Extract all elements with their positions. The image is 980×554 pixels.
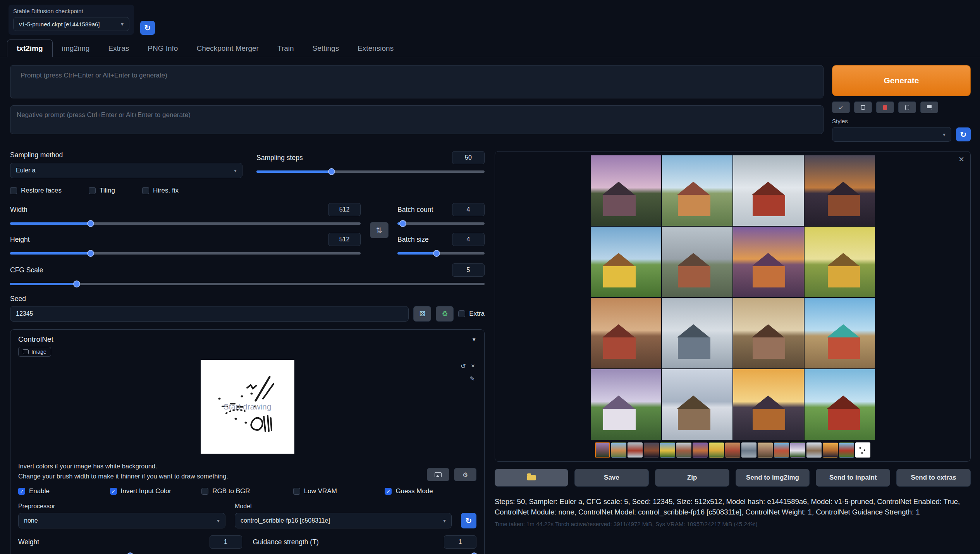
tab-img2img[interactable]: img2img [53,40,99,57]
gallery-image[interactable] [733,227,804,297]
guess-mode-checkbox[interactable]: Guess Mode [385,487,476,495]
gallery-image[interactable] [662,227,732,297]
refresh-models-button[interactable]: ↻ [461,513,476,528]
gallery-thumbnail[interactable] [644,442,659,458]
save-style-button[interactable] [920,102,938,113]
generate-button[interactable]: Generate [832,65,971,96]
height-slider[interactable] [10,249,361,257]
tab-train[interactable]: Train [268,40,303,57]
gallery-image[interactable] [662,369,732,440]
extra-seed-checkbox[interactable]: Extra [458,310,485,318]
restore-faces-checkbox[interactable]: Restore faces [10,187,62,194]
gallery-image[interactable] [733,155,804,226]
rgb-to-bgr-checkbox[interactable]: RGB to BGR [201,487,293,495]
batch-size-value[interactable]: 4 [452,233,485,246]
prompt-input[interactable]: Prompt (press Ctrl+Enter or Alt+Enter to… [10,65,824,98]
refresh-styles-button[interactable]: ↻ [956,127,971,141]
gallery-image[interactable] [662,298,732,368]
tab-png-info[interactable]: PNG Info [138,40,187,57]
paste-params-button[interactable]: ↙ [832,102,850,113]
tab-extras[interactable]: Extras [99,40,138,57]
random-seed-button[interactable]: ⚄ [413,306,431,322]
checkpoint-dropdown[interactable]: v1-5-pruned.ckpt [e1441589a6] ▾ [13,17,129,31]
batch-size-slider[interactable] [397,249,485,257]
gallery-image[interactable] [591,227,661,297]
reuse-seed-button[interactable]: ♻ [436,306,454,322]
tiling-checkbox[interactable]: Tiling [89,187,115,194]
gallery-image[interactable] [591,298,661,368]
cfg-scale-value[interactable]: 5 [452,263,485,277]
gallery-thumbnail[interactable] [855,442,870,458]
send-to-img2img-button[interactable]: Send to img2img [736,469,810,487]
gallery-thumbnail[interactable] [725,442,740,458]
hires-fix-checkbox[interactable]: Hires. fix [142,187,179,194]
seed-input[interactable]: 12345 [10,306,409,322]
sampling-method-dropdown[interactable]: Euler a ▾ [10,163,242,178]
weight-value[interactable]: 1 [210,535,242,549]
undo-icon[interactable]: ↺ [461,362,466,370]
sampling-steps-value[interactable]: 50 [452,151,485,164]
gallery-image[interactable] [805,298,875,368]
swap-width-height-button[interactable]: ⇅ [370,222,389,238]
open-image-button[interactable] [427,468,449,481]
gallery-thumbnail[interactable] [741,442,756,458]
gallery-thumbnail[interactable] [758,442,773,458]
save-button[interactable]: Save [574,469,649,487]
gallery-image[interactable] [805,155,875,226]
controlnet-enable-checkbox[interactable]: Enable [18,487,110,495]
gallery-thumbnail[interactable] [611,442,626,458]
gallery-image[interactable] [805,227,875,297]
zip-button[interactable]: Zip [655,469,729,487]
collapse-controlnet-icon[interactable]: ▼ [471,337,476,342]
tab-settings[interactable]: Settings [303,40,349,57]
controlnet-canvas[interactable]: Start drawing [201,360,294,454]
gallery-thumbnail[interactable] [839,442,854,458]
batch-count-slider[interactable] [397,220,485,227]
gallery-thumbnail[interactable] [790,442,805,458]
close-gallery-button[interactable]: × [959,155,964,164]
guidance-strength-value[interactable]: 1 [444,535,476,549]
tab-extensions[interactable]: Extensions [348,40,403,57]
width-value[interactable]: 512 [328,203,361,216]
gallery-image[interactable] [733,369,804,440]
height-value[interactable]: 512 [328,233,361,246]
gallery-image[interactable] [733,298,804,368]
styles-dropdown[interactable]: ▾ [832,127,951,142]
tab-checkpoint-merger[interactable]: Checkpoint Merger [187,40,268,57]
extra-networks-button[interactable] [876,102,894,113]
gallery-thumbnail[interactable] [774,442,789,458]
gallery-thumbnail[interactable] [806,442,822,458]
open-output-folder-button[interactable] [495,469,568,487]
invert-input-color-checkbox[interactable]: Invert Input Color [110,487,202,495]
clear-prompt-button[interactable] [854,102,872,113]
gallery-thumbnail[interactable] [676,442,691,458]
controlnet-model-dropdown[interactable]: control_scribble-fp16 [c508311e] ▾ [235,513,452,528]
preprocessor-dropdown[interactable]: none ▾ [18,513,225,528]
batch-count-value[interactable]: 4 [452,203,485,216]
sampling-steps-slider[interactable] [256,168,485,175]
negative-prompt-input[interactable]: Negative prompt (press Ctrl+Enter or Alt… [10,105,824,134]
weight-slider[interactable] [18,552,242,554]
gallery-thumbnail[interactable] [709,442,724,458]
brush-settings-button[interactable]: ⚙ [454,468,476,481]
gallery-thumbnail[interactable] [660,442,675,458]
apply-style-button[interactable] [898,102,916,113]
low-vram-checkbox[interactable]: Low VRAM [293,487,385,495]
send-to-inpaint-button[interactable]: Send to inpaint [816,469,890,487]
cfg-scale-slider[interactable] [10,280,485,288]
gallery-thumbnail[interactable] [595,442,610,458]
gallery-image[interactable] [662,155,732,226]
clear-canvas-icon[interactable]: × [471,362,475,370]
gallery-thumbnail[interactable] [823,442,838,458]
gallery-image[interactable] [591,155,661,226]
brush-icon[interactable]: ✎ [470,375,475,382]
refresh-checkpoint-button[interactable]: ↻ [140,21,155,35]
gallery-thumbnail[interactable] [628,442,643,458]
width-slider[interactable] [10,220,361,227]
gallery-image[interactable] [591,369,661,440]
gallery-image[interactable] [805,369,875,440]
tab-txt2img[interactable]: txt2img [7,40,53,57]
controlnet-image-tab[interactable]: Image [18,347,51,357]
send-to-extras-button[interactable]: Send to extras [896,469,971,487]
guidance-strength-slider[interactable] [253,552,477,554]
